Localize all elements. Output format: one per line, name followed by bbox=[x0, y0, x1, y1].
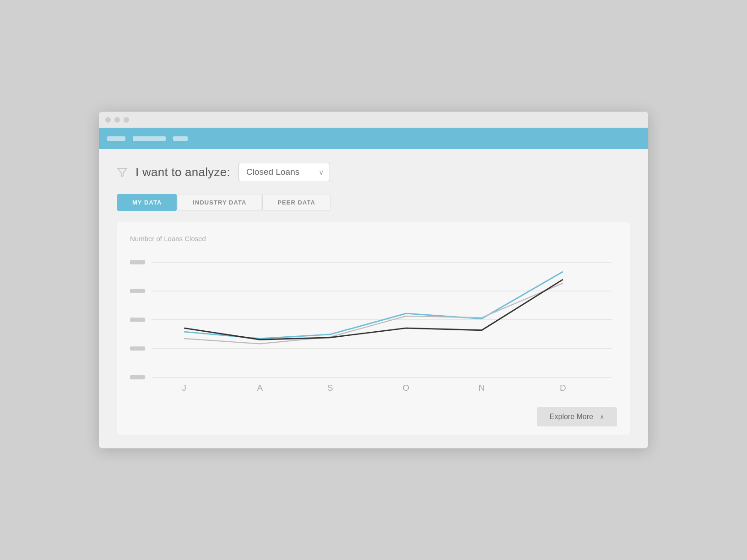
line-dark bbox=[184, 280, 563, 339]
chart-container: Number of Loans Closed bbox=[117, 222, 630, 435]
analyze-dropdown[interactable]: Closed Loans ∨ bbox=[238, 163, 330, 181]
svg-rect-1 bbox=[130, 260, 145, 264]
analyze-row: I want to analyze: Closed Loans ∨ bbox=[117, 163, 630, 181]
dropdown-value: Closed Loans bbox=[246, 167, 299, 177]
chart-area: J A S O N D bbox=[130, 251, 617, 397]
window-dot-1 bbox=[105, 117, 111, 123]
chevron-up-icon: ∧ bbox=[600, 413, 604, 420]
nav-block-1 bbox=[107, 136, 125, 141]
dropdown-arrow-icon: ∨ bbox=[319, 168, 324, 177]
svg-rect-5 bbox=[130, 375, 145, 379]
explore-more-label: Explore More bbox=[550, 413, 593, 421]
explore-more-button[interactable]: Explore More ∧ bbox=[537, 407, 617, 426]
svg-text:N: N bbox=[479, 383, 485, 393]
tab-my-data[interactable]: MY DATA bbox=[117, 194, 177, 211]
line-blue bbox=[184, 272, 563, 339]
nav-block-2 bbox=[133, 136, 166, 141]
line-light bbox=[184, 283, 563, 344]
app-window: I want to analyze: Closed Loans ∨ MY DAT… bbox=[99, 112, 648, 448]
line-chart: J A S O N D bbox=[130, 251, 617, 397]
svg-text:O: O bbox=[403, 383, 410, 393]
filter-icon[interactable] bbox=[117, 167, 127, 177]
svg-rect-3 bbox=[130, 318, 145, 322]
svg-text:J: J bbox=[182, 383, 186, 393]
chart-title: Number of Loans Closed bbox=[130, 235, 617, 242]
window-dot-2 bbox=[114, 117, 120, 123]
analyze-label: I want to analyze: bbox=[135, 165, 230, 179]
tab-industry-data[interactable]: INDUSTRY DATA bbox=[178, 194, 261, 211]
svg-rect-2 bbox=[130, 289, 145, 293]
explore-row: Explore More ∧ bbox=[130, 407, 617, 426]
svg-text:D: D bbox=[560, 383, 566, 393]
navbar bbox=[99, 128, 648, 149]
main-content: I want to analyze: Closed Loans ∨ MY DAT… bbox=[99, 149, 648, 448]
svg-text:A: A bbox=[257, 383, 263, 393]
window-dot-3 bbox=[124, 117, 129, 123]
svg-rect-4 bbox=[130, 346, 145, 350]
tab-peer-data[interactable]: PEER DATA bbox=[262, 194, 330, 211]
tabs-row: MY DATA INDUSTRY DATA PEER DATA bbox=[117, 194, 630, 211]
svg-marker-0 bbox=[118, 168, 127, 176]
titlebar bbox=[99, 112, 648, 128]
svg-text:S: S bbox=[327, 383, 333, 393]
nav-block-3 bbox=[173, 136, 188, 141]
